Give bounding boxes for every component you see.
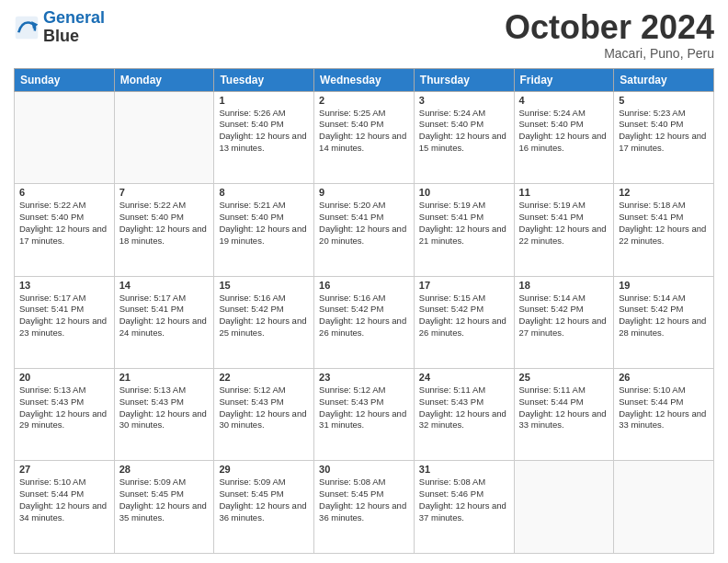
calendar-week-3: 13Sunrise: 5:17 AM Sunset: 5:41 PM Dayli…: [15, 276, 714, 368]
day-info: Sunrise: 5:12 AM Sunset: 5:43 PM Dayligh…: [219, 385, 309, 431]
calendar-cell: 11Sunrise: 5:19 AM Sunset: 5:41 PM Dayli…: [514, 184, 614, 276]
day-header-thursday: Thursday: [414, 68, 514, 91]
calendar-cell: 28Sunrise: 5:09 AM Sunset: 5:45 PM Dayli…: [114, 461, 214, 554]
day-info: Sunrise: 5:15 AM Sunset: 5:42 PM Dayligh…: [419, 293, 509, 339]
day-info: Sunrise: 5:14 AM Sunset: 5:42 PM Dayligh…: [519, 293, 609, 339]
day-info: Sunrise: 5:12 AM Sunset: 5:43 PM Dayligh…: [319, 385, 409, 431]
calendar-table: SundayMondayTuesdayWednesdayThursdayFrid…: [14, 68, 714, 554]
day-number: 13: [19, 280, 109, 291]
day-number: 18: [519, 280, 609, 291]
day-number: 19: [619, 280, 709, 291]
day-info: Sunrise: 5:11 AM Sunset: 5:43 PM Dayligh…: [419, 385, 509, 431]
title-block: October 2024 Macari, Puno, Peru: [505, 9, 714, 61]
calendar-cell: 29Sunrise: 5:09 AM Sunset: 5:45 PM Dayli…: [214, 461, 314, 554]
location-subtitle: Macari, Puno, Peru: [505, 46, 714, 61]
day-number: 28: [119, 464, 210, 475]
day-header-tuesday: Tuesday: [214, 68, 314, 91]
day-info: Sunrise: 5:19 AM Sunset: 5:41 PM Dayligh…: [419, 200, 509, 247]
day-header-wednesday: Wednesday: [314, 68, 415, 91]
day-number: 24: [419, 372, 509, 383]
calendar-cell: [15, 91, 115, 183]
day-number: 14: [119, 280, 210, 291]
calendar-cell: 31Sunrise: 5:08 AM Sunset: 5:46 PM Dayli…: [414, 461, 514, 554]
day-info: Sunrise: 5:08 AM Sunset: 5:46 PM Dayligh…: [419, 477, 509, 523]
day-number: 22: [219, 372, 309, 383]
day-info: Sunrise: 5:24 AM Sunset: 5:40 PM Dayligh…: [419, 108, 509, 155]
day-info: Sunrise: 5:16 AM Sunset: 5:42 PM Dayligh…: [319, 293, 409, 339]
calendar-cell: 19Sunrise: 5:14 AM Sunset: 5:42 PM Dayli…: [614, 276, 714, 368]
day-info: Sunrise: 5:09 AM Sunset: 5:45 PM Dayligh…: [219, 477, 309, 523]
calendar-cell: 15Sunrise: 5:16 AM Sunset: 5:42 PM Dayli…: [214, 276, 314, 368]
day-header-sunday: Sunday: [15, 68, 115, 91]
calendar-cell: 20Sunrise: 5:13 AM Sunset: 5:43 PM Dayli…: [15, 369, 115, 461]
day-number: 23: [319, 372, 409, 383]
day-number: 5: [619, 95, 709, 106]
calendar-cell: 2Sunrise: 5:25 AM Sunset: 5:40 PM Daylig…: [314, 91, 415, 183]
day-header-saturday: Saturday: [614, 68, 714, 91]
day-number: 20: [19, 372, 109, 383]
calendar-cell: 18Sunrise: 5:14 AM Sunset: 5:42 PM Dayli…: [514, 276, 614, 368]
day-info: Sunrise: 5:17 AM Sunset: 5:41 PM Dayligh…: [119, 293, 210, 339]
calendar-week-1: 1Sunrise: 5:26 AM Sunset: 5:40 PM Daylig…: [15, 91, 714, 183]
day-number: 11: [519, 187, 609, 198]
day-number: 26: [619, 372, 709, 383]
day-info: Sunrise: 5:22 AM Sunset: 5:40 PM Dayligh…: [19, 200, 109, 247]
calendar-cell: 8Sunrise: 5:21 AM Sunset: 5:40 PM Daylig…: [214, 184, 314, 276]
calendar-cell: [114, 91, 214, 183]
day-number: 4: [519, 95, 609, 106]
day-number: 1: [219, 95, 309, 106]
day-info: Sunrise: 5:14 AM Sunset: 5:42 PM Dayligh…: [619, 293, 709, 339]
calendar-cell: [614, 461, 714, 554]
day-info: Sunrise: 5:24 AM Sunset: 5:40 PM Dayligh…: [519, 108, 609, 155]
day-info: Sunrise: 5:20 AM Sunset: 5:41 PM Dayligh…: [319, 200, 409, 247]
calendar-week-5: 27Sunrise: 5:10 AM Sunset: 5:44 PM Dayli…: [15, 461, 714, 554]
day-info: Sunrise: 5:13 AM Sunset: 5:43 PM Dayligh…: [119, 385, 210, 431]
day-info: Sunrise: 5:10 AM Sunset: 5:44 PM Dayligh…: [619, 385, 709, 431]
calendar-cell: 7Sunrise: 5:22 AM Sunset: 5:40 PM Daylig…: [114, 184, 214, 276]
calendar-cell: 24Sunrise: 5:11 AM Sunset: 5:43 PM Dayli…: [414, 369, 514, 461]
header: GeneralBlue October 2024 Macari, Puno, P…: [14, 9, 714, 61]
day-number: 17: [419, 280, 509, 291]
calendar-cell: 27Sunrise: 5:10 AM Sunset: 5:44 PM Dayli…: [15, 461, 115, 554]
calendar-cell: 26Sunrise: 5:10 AM Sunset: 5:44 PM Dayli…: [614, 369, 714, 461]
calendar-cell: 13Sunrise: 5:17 AM Sunset: 5:41 PM Dayli…: [15, 276, 115, 368]
day-number: 29: [219, 464, 309, 475]
day-number: 3: [419, 95, 509, 106]
logo: GeneralBlue: [14, 9, 105, 46]
day-header-monday: Monday: [114, 68, 214, 91]
day-info: Sunrise: 5:16 AM Sunset: 5:42 PM Dayligh…: [219, 293, 309, 339]
logo-icon: [14, 15, 40, 40]
day-info: Sunrise: 5:13 AM Sunset: 5:43 PM Dayligh…: [19, 385, 109, 431]
day-info: Sunrise: 5:09 AM Sunset: 5:45 PM Dayligh…: [119, 477, 210, 523]
calendar-cell: 4Sunrise: 5:24 AM Sunset: 5:40 PM Daylig…: [514, 91, 614, 183]
day-number: 27: [19, 464, 109, 475]
page: GeneralBlue October 2024 Macari, Puno, P…: [0, 0, 728, 563]
calendar-cell: 17Sunrise: 5:15 AM Sunset: 5:42 PM Dayli…: [414, 276, 514, 368]
day-info: Sunrise: 5:19 AM Sunset: 5:41 PM Dayligh…: [519, 200, 609, 247]
day-number: 31: [419, 464, 509, 475]
day-info: Sunrise: 5:21 AM Sunset: 5:40 PM Dayligh…: [219, 200, 309, 247]
day-number: 8: [219, 187, 309, 198]
day-number: 21: [119, 372, 210, 383]
calendar-cell: 16Sunrise: 5:16 AM Sunset: 5:42 PM Dayli…: [314, 276, 415, 368]
day-info: Sunrise: 5:23 AM Sunset: 5:40 PM Dayligh…: [619, 108, 709, 155]
calendar-cell: 25Sunrise: 5:11 AM Sunset: 5:44 PM Dayli…: [514, 369, 614, 461]
calendar-cell: 22Sunrise: 5:12 AM Sunset: 5:43 PM Dayli…: [214, 369, 314, 461]
calendar-cell: 21Sunrise: 5:13 AM Sunset: 5:43 PM Dayli…: [114, 369, 214, 461]
calendar-week-4: 20Sunrise: 5:13 AM Sunset: 5:43 PM Dayli…: [15, 369, 714, 461]
calendar-cell: 1Sunrise: 5:26 AM Sunset: 5:40 PM Daylig…: [214, 91, 314, 183]
day-info: Sunrise: 5:26 AM Sunset: 5:40 PM Dayligh…: [219, 108, 309, 155]
day-info: Sunrise: 5:11 AM Sunset: 5:44 PM Dayligh…: [519, 385, 609, 431]
day-number: 15: [219, 280, 309, 291]
day-number: 30: [319, 464, 409, 475]
day-info: Sunrise: 5:25 AM Sunset: 5:40 PM Dayligh…: [319, 108, 409, 155]
calendar-cell: 9Sunrise: 5:20 AM Sunset: 5:41 PM Daylig…: [314, 184, 415, 276]
day-info: Sunrise: 5:10 AM Sunset: 5:44 PM Dayligh…: [19, 477, 109, 523]
day-number: 25: [519, 372, 609, 383]
logo-text: GeneralBlue: [43, 9, 105, 46]
day-info: Sunrise: 5:08 AM Sunset: 5:45 PM Dayligh…: [319, 477, 409, 523]
day-info: Sunrise: 5:17 AM Sunset: 5:41 PM Dayligh…: [19, 293, 109, 339]
calendar-cell: 6Sunrise: 5:22 AM Sunset: 5:40 PM Daylig…: [15, 184, 115, 276]
day-info: Sunrise: 5:22 AM Sunset: 5:40 PM Dayligh…: [119, 200, 210, 247]
calendar-week-2: 6Sunrise: 5:22 AM Sunset: 5:40 PM Daylig…: [15, 184, 714, 276]
